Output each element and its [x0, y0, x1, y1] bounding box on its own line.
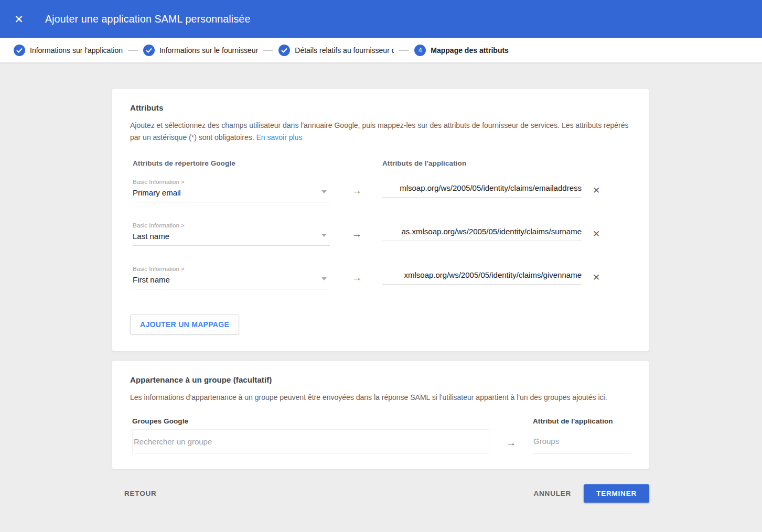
mapping-arrow-icon: → — [352, 185, 362, 197]
finish-button[interactable]: TERMINER — [584, 484, 649, 503]
attribute-category-label: Basic Information > — [133, 179, 330, 185]
google-attribute-select[interactable]: Basic Information > Primary email — [133, 179, 330, 202]
google-attribute-value: First name — [133, 275, 330, 284]
delete-mapping-icon[interactable]: ✕ — [593, 273, 600, 282]
step-label: Détails relatifs au fournisseur d — [295, 46, 394, 55]
group-card-title: Appartenance à un groupe (facultatif) — [130, 375, 631, 384]
delete-mapping-icon[interactable]: ✕ — [593, 186, 600, 195]
step-number-badge: 4 — [414, 45, 426, 56]
google-attributes-column-header: Attributs de répertoire Google — [133, 159, 382, 167]
learn-more-link[interactable]: En savoir plus — [256, 133, 302, 142]
app-attribute-label: Attribut de l'application — [533, 417, 631, 425]
google-attribute-select[interactable]: Basic Information > Last name — [133, 222, 330, 246]
app-attribute-input[interactable]: xmlsoap.org/ws/2005/05/identity/claims/g… — [382, 270, 582, 285]
step-connector — [263, 50, 273, 51]
close-icon[interactable]: ✕ — [13, 14, 25, 25]
attribute-mapping-row: Basic Information > First name → xmlsoap… — [133, 266, 631, 289]
google-attribute-value: Primary email — [133, 188, 330, 197]
attribute-mapping-row: Basic Information > Last name → as.xmlso… — [133, 222, 631, 246]
dropdown-arrow-icon — [321, 277, 327, 280]
step-completed-check-icon — [278, 45, 290, 56]
dropdown-arrow-icon — [321, 190, 327, 193]
group-card-description: Les informations d'appartenance à un gro… — [130, 392, 629, 404]
dialog-header: ✕ Ajouter une application SAML personnal… — [0, 0, 762, 38]
attribute-mapping-row: Basic Information > Primary email → mlso… — [133, 179, 631, 202]
step-connector — [128, 50, 138, 51]
attributes-card: Attributs Ajoutez et sélectionnez des ch… — [112, 88, 649, 352]
wizard-footer: RETOUR ANNULER TERMINER — [0, 484, 762, 503]
app-attribute-input[interactable]: mlsoap.org/ws/2005/05/identity/claims/em… — [382, 183, 582, 198]
add-mapping-button[interactable]: AJOUTER UN MAPPAGE — [130, 314, 239, 334]
mapping-column-headers: Attributs de répertoire Google Attributs… — [133, 159, 631, 167]
step-idp-info[interactable]: Informations sur le fournisseur — [143, 45, 258, 56]
step-completed-check-icon — [14, 45, 25, 56]
step-label: Mappage des attributs — [431, 46, 509, 55]
attribute-category-label: Basic Information > — [133, 222, 330, 229]
app-attribute-value: xmlsoap.org/ws/2005/05/identity/claims/g… — [404, 270, 582, 279]
groups-attribute-input[interactable] — [533, 432, 631, 453]
app-attributes-column-header: Attributs de l'application — [382, 159, 466, 167]
app-attribute-value: mlsoap.org/ws/2005/05/identity/claims/em… — [400, 183, 582, 192]
description-text: Ajoutez et sélectionnez des champs utili… — [130, 121, 629, 142]
delete-mapping-icon[interactable]: ✕ — [593, 230, 600, 238]
step-attribute-mapping[interactable]: 4 Mappage des attributs — [414, 45, 509, 56]
group-membership-card: Appartenance à un groupe (facultatif) Le… — [112, 360, 649, 470]
attributes-card-description: Ajoutez et sélectionnez des champs utili… — [130, 120, 629, 144]
back-button[interactable]: RETOUR — [122, 485, 159, 502]
dialog-title: Ajouter une application SAML personnalis… — [45, 13, 250, 25]
google-attribute-select[interactable]: Basic Information > First name — [133, 266, 330, 289]
step-connector — [399, 50, 409, 51]
mapping-arrow-icon: → — [352, 229, 362, 240]
step-label: Informations sur le fournisseur — [159, 46, 258, 55]
step-label: Informations sur l'application — [30, 46, 123, 55]
group-search-input[interactable] — [132, 429, 489, 453]
attribute-category-label: Basic Information > — [133, 266, 330, 272]
dropdown-arrow-icon — [321, 234, 327, 237]
wizard-stepper: Informations sur l'application Informati… — [0, 38, 762, 63]
mapping-arrow-icon: → — [506, 437, 516, 449]
step-completed-check-icon — [143, 45, 155, 56]
step-sp-details[interactable]: Détails relatifs au fournisseur d — [278, 45, 394, 56]
attributes-card-title: Attributs — [130, 103, 631, 112]
app-attribute-input[interactable]: as.xmlsoap.org/ws/2005/05/identity/claim… — [382, 227, 582, 241]
cancel-button[interactable]: ANNULER — [531, 485, 573, 502]
google-attribute-value: Last name — [133, 232, 330, 241]
google-groups-label: Groupes Google — [132, 417, 489, 425]
app-attribute-value: as.xmlsoap.org/ws/2005/05/identity/claim… — [402, 227, 582, 236]
step-app-info[interactable]: Informations sur l'application — [14, 45, 123, 56]
mapping-arrow-icon: → — [352, 272, 362, 284]
group-mapping-row: Groupes Google → Attribut de l'applicati… — [132, 417, 631, 453]
